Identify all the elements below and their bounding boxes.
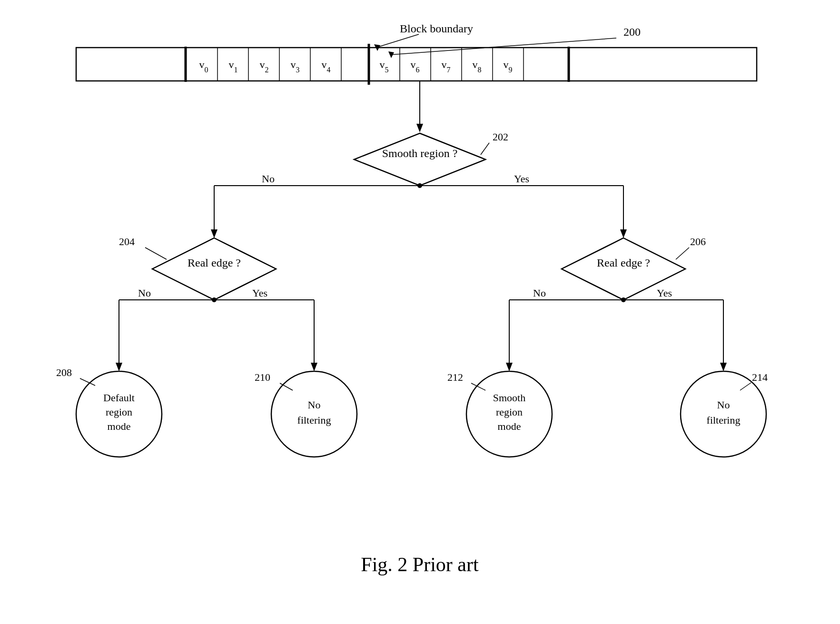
label-block-boundary: Block boundary <box>400 22 473 35</box>
smooth-region-label: Smooth region ? <box>382 147 458 159</box>
circle-214-label2: filtering <box>707 414 741 426</box>
circle-210-label: No <box>308 399 321 411</box>
circle-212-label3: mode <box>498 420 521 432</box>
svg-line-21 <box>481 143 489 155</box>
svg-marker-19 <box>416 124 423 132</box>
svg-marker-36 <box>116 363 122 371</box>
real-edge-left-label: Real edge ? <box>188 257 241 269</box>
svg-marker-28 <box>620 229 627 238</box>
svg-marker-39 <box>311 363 317 371</box>
label-210: 210 <box>255 371 270 383</box>
circle-208-label3: mode <box>108 420 131 432</box>
svg-marker-25 <box>211 229 217 238</box>
figure-caption: Fig. 2 Prior art <box>361 554 479 575</box>
real-edge-right-label: Real edge ? <box>597 257 650 269</box>
circle-208-label: Default <box>103 392 135 404</box>
label-206: 206 <box>690 236 706 248</box>
label-yes-left2: Yes <box>252 287 267 299</box>
label-208: 208 <box>56 366 72 378</box>
svg-marker-46 <box>720 363 727 371</box>
svg-line-32 <box>676 248 689 259</box>
circle-214-label: No <box>717 399 730 411</box>
svg-marker-20 <box>354 133 485 186</box>
svg-line-16 <box>376 34 419 48</box>
label-yes-right: Yes <box>514 173 529 185</box>
circle-212-label2: region <box>496 406 523 418</box>
svg-marker-43 <box>506 363 513 371</box>
circle-212-label: Smooth <box>493 392 525 404</box>
label-202: 202 <box>493 131 508 143</box>
circle-210-label2: filtering <box>297 414 331 426</box>
label-yes-right2: Yes <box>657 287 672 299</box>
label-212: 212 <box>447 371 463 383</box>
label-204: 204 <box>119 236 135 248</box>
circle-208-label2: region <box>106 406 132 418</box>
label-no-left2: No <box>138 287 151 299</box>
label-214: 214 <box>752 371 768 383</box>
label-no-left: No <box>262 173 275 185</box>
label-no-right2: No <box>533 287 546 299</box>
svg-line-30 <box>145 248 167 259</box>
label-200: 200 <box>623 26 641 38</box>
diagram: v0 v1 v2 v3 v4 v5 v6 v7 v8 v9 200 Block … <box>0 0 840 624</box>
